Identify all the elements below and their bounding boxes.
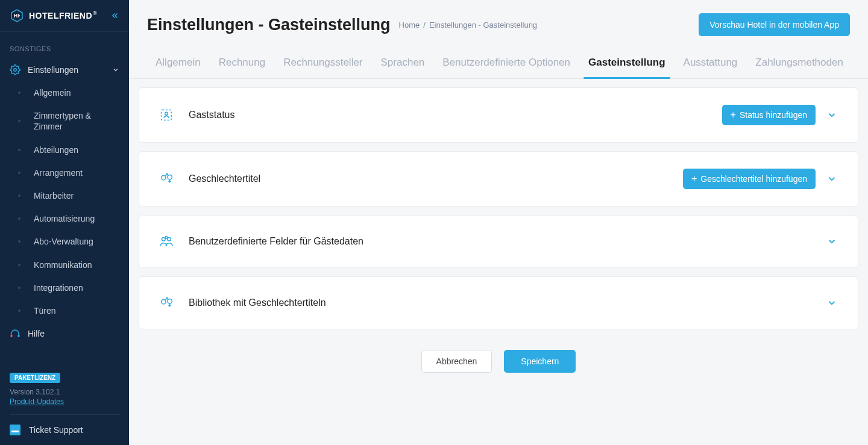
cancel-button[interactable]: Abbrechen: [421, 350, 492, 373]
footer-actions: Abbrechen Speichern: [139, 338, 858, 385]
nav-sub-abo-verwaltung[interactable]: Abo-Verwaltung: [0, 230, 129, 253]
main-content: Einstellungen - Gasteinstellung Home / E…: [129, 0, 868, 445]
panel-gender-library: Bibliothek mit Geschlechtertiteln: [139, 276, 858, 329]
chevron-down-icon: [112, 66, 119, 73]
add-status-button[interactable]: + Status hinzufügen: [722, 105, 816, 125]
page-title: Einstellungen - Gasteinstellung: [147, 16, 391, 34]
panel-guest-status: Gaststatus + Status hinzufügen: [139, 87, 858, 143]
svg-point-8: [168, 237, 171, 241]
gear-icon: [10, 64, 20, 75]
svg-point-11: [168, 299, 172, 303]
ticket-support-label: Ticket Support: [29, 425, 83, 435]
chevron-double-left-icon: [111, 11, 119, 20]
ticket-icon: [10, 425, 20, 435]
svg-point-10: [162, 299, 166, 304]
chevron-down-icon: [826, 236, 837, 247]
users-icon: [157, 232, 175, 251]
panel-guest-status-title: Gaststatus: [189, 110, 709, 120]
panel-gender-title-title: Geschlechtertitel: [189, 173, 670, 184]
panel-gender-title: Geschlechtertitel + Geschlechtertitel hi…: [139, 151, 858, 207]
nav-settings-label: Einstellungen: [28, 65, 78, 75]
nav-sub-integrationen[interactable]: Integrationen: [0, 276, 129, 299]
expand-gender-title-button[interactable]: [824, 171, 840, 187]
nav-sub-allgemein[interactable]: Allgemein: [0, 81, 129, 104]
nav-sub-arrangement[interactable]: Arrangement: [0, 161, 129, 184]
panel-custom-fields-title: Benutzerdefinierte Felder für Gästedaten: [189, 236, 811, 247]
preview-hotel-button[interactable]: Vorschau Hotel in der mobilen App: [699, 13, 850, 36]
license-badge: PAKETLIZENZ: [10, 373, 60, 383]
nav-sub-kommunikation[interactable]: Kommunikation: [0, 254, 129, 276]
chevron-down-icon: [826, 110, 837, 120]
svg-point-5: [162, 175, 166, 180]
svg-point-9: [165, 237, 168, 239]
nav-sub-mitarbeiter[interactable]: Mitarbeiter: [0, 184, 129, 207]
tab-rechnung[interactable]: Rechnung: [219, 49, 266, 78]
svg-point-0: [14, 69, 17, 72]
brand-name: HOTELFRIEND®: [29, 10, 97, 21]
nav-sub-automatisierung[interactable]: Automatisierung: [0, 207, 129, 230]
breadcrumb-home[interactable]: Home: [399, 20, 420, 30]
breadcrumb-current: Einstellungen - Gasteinstellung: [429, 20, 537, 30]
chevron-down-icon: [826, 173, 837, 184]
tab-gasteinstellung[interactable]: Gasteinstellung: [588, 49, 665, 78]
content-area: Gaststatus + Status hinzufügen: [129, 79, 868, 403]
tab-zahlungsmethoden[interactable]: Zahlungsmethoden: [755, 49, 843, 78]
plus-icon: +: [731, 110, 736, 120]
nav-settings[interactable]: Einstellungen: [0, 58, 129, 81]
save-button[interactable]: Speichern: [504, 350, 576, 373]
add-gender-title-button[interactable]: + Geschlechtertitel hinzufügen: [683, 169, 816, 189]
svg-rect-2: [18, 335, 20, 338]
expand-gender-library-button[interactable]: [824, 295, 840, 311]
tab-allgemein[interactable]: Allgemein: [156, 49, 201, 78]
breadcrumb-separator: /: [423, 20, 426, 30]
panel-gender-library-title: Bibliothek mit Geschlechtertiteln: [189, 297, 811, 308]
sidebar-collapse-button[interactable]: [111, 11, 119, 20]
panel-custom-fields: Benutzerdefinierte Felder für Gästedaten: [139, 215, 858, 268]
nav-sub-abteilungen[interactable]: Abteilungen: [0, 138, 129, 161]
sidebar-footer: PAKETLIZENZ Version 3.102.1 Produkt-Upda…: [0, 364, 129, 415]
brand-logo[interactable]: HOTELFRIEND®: [10, 8, 111, 23]
sidebar-header: HOTELFRIEND®: [0, 0, 129, 32]
nav-help[interactable]: Hilfe: [0, 322, 129, 345]
svg-point-4: [165, 112, 168, 115]
chevron-down-icon: [826, 297, 837, 308]
svg-point-7: [162, 237, 166, 241]
gender-library-icon: [157, 294, 175, 312]
logo-icon: [10, 8, 24, 23]
product-updates-link[interactable]: Produkt-Updates: [10, 397, 119, 406]
breadcrumb: Home / Einstellungen - Gasteinstellung: [399, 20, 538, 30]
tab-ausstattung[interactable]: Ausstattung: [684, 49, 738, 78]
svg-rect-1: [11, 335, 13, 338]
version-text: Version 3.102.1: [10, 388, 119, 396]
gender-title-icon: [157, 170, 175, 188]
plus-icon: +: [691, 174, 697, 184]
svg-point-6: [168, 175, 172, 179]
guest-status-icon: [157, 106, 175, 124]
expand-guest-status-button[interactable]: [824, 107, 840, 123]
nav-sub-zimmertypen[interactable]: Zimmertypen & Zimmer: [0, 104, 129, 138]
expand-custom-fields-button[interactable]: [824, 234, 840, 249]
headset-icon: [10, 328, 20, 339]
nav-help-label: Hilfe: [28, 329, 45, 338]
tab-sprachen[interactable]: Sprachen: [381, 49, 425, 78]
tab-benutzerdefinierte-optionen[interactable]: Benutzerdefinierte Optionen: [442, 49, 570, 78]
page-header: Einstellungen - Gasteinstellung Home / E…: [129, 0, 868, 43]
nav-sub-tueren[interactable]: Türen: [0, 299, 129, 322]
sidebar: HOTELFRIEND® SONSTIGES Einstellungen All…: [0, 0, 129, 445]
tabs: Allgemein Rechnung Rechnungssteller Spra…: [129, 43, 868, 79]
sidebar-section-label: SONSTIGES: [0, 32, 129, 58]
tab-rechnungssteller[interactable]: Rechnungssteller: [283, 49, 362, 78]
ticket-support-link[interactable]: Ticket Support: [0, 415, 129, 445]
